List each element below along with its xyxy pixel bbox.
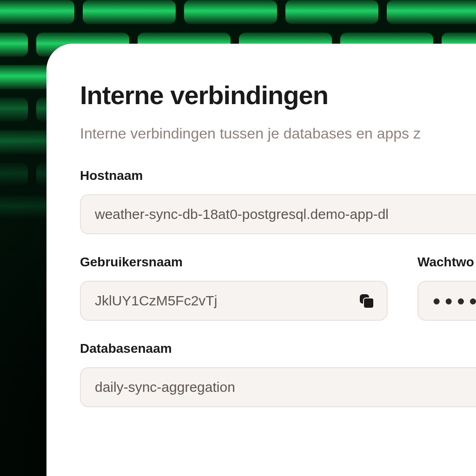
hostname-value-box[interactable]: weather-sync-db-18at0-postgresql.demo-ap…	[80, 194, 476, 234]
hostname-field-group: Hostnaam weather-sync-db-18at0-postgresq…	[80, 168, 476, 234]
database-label: Databasenaam	[80, 341, 476, 356]
page-subtitle: Interne verbindingen tussen je databases…	[80, 125, 476, 142]
password-value-box[interactable]: ●●●●●●	[417, 281, 476, 321]
password-value: ●●●●●●	[432, 293, 476, 309]
database-value: daily-sync-aggregation	[95, 379, 476, 395]
connections-panel: Interne verbindingen Interne verbindinge…	[46, 44, 476, 476]
database-field-group: Databasenaam daily-sync-aggregation	[80, 341, 476, 407]
username-label: Gebruikersnaam	[80, 255, 388, 270]
page-title: Interne verbindingen	[80, 80, 476, 110]
password-label: Wachtwo	[417, 255, 476, 270]
username-field-group: Gebruikersnaam JklUY1CzM5Fc2vTj	[80, 255, 388, 321]
username-value-box[interactable]: JklUY1CzM5Fc2vTj	[80, 281, 388, 321]
password-field-group: Wachtwo ●●●●●●	[417, 255, 476, 321]
hostname-value: weather-sync-db-18at0-postgresql.demo-ap…	[95, 206, 476, 222]
hostname-label: Hostnaam	[80, 168, 476, 183]
copy-icon[interactable]	[360, 294, 373, 307]
database-value-box[interactable]: daily-sync-aggregation	[80, 367, 476, 407]
username-value: JklUY1CzM5Fc2vTj	[95, 293, 352, 309]
